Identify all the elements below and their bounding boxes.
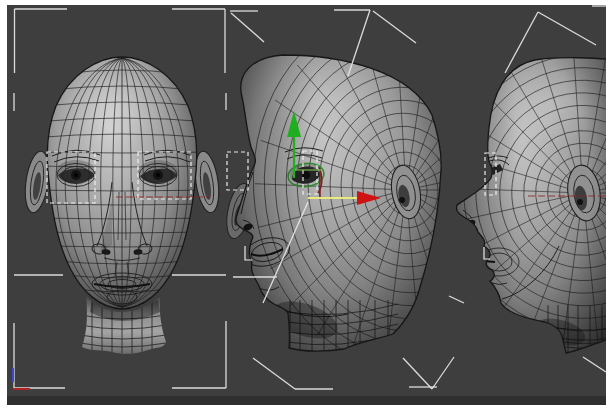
- window-frame: [0, 0, 612, 412]
- viewport-canvas[interactable]: [0, 0, 612, 412]
- viewport-3d-scene[interactable]: [7, 0, 612, 405]
- viewport-bottom-strip: [7, 396, 606, 405]
